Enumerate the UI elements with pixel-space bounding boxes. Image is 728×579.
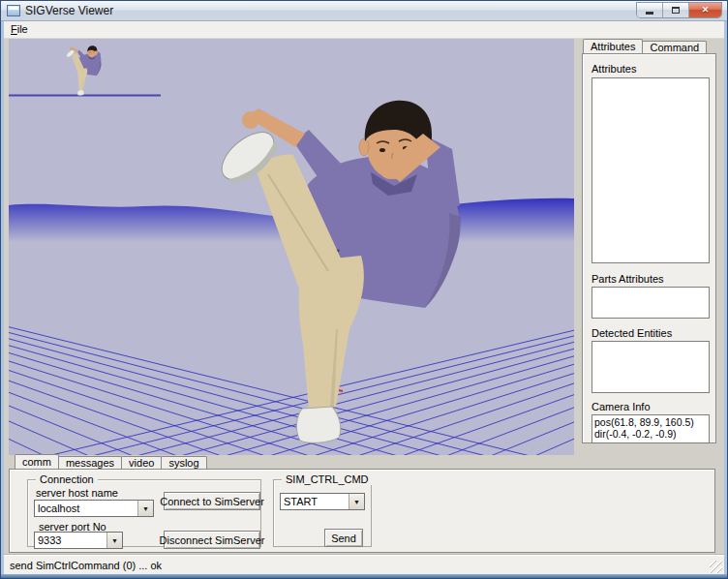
viewport-3d[interactable]	[9, 39, 574, 455]
sim-ctrl-cmd-combobox[interactable]: START ▼	[280, 493, 365, 510]
tab-messages[interactable]: messages	[58, 456, 122, 469]
resize-grip[interactable]	[710, 561, 722, 573]
right-tab-strip: Attributes Command	[583, 39, 706, 53]
minimize-button[interactable]	[637, 3, 663, 17]
server-port-value: 9333	[35, 533, 106, 548]
detected-entities-label: Detected Entities	[592, 327, 672, 339]
maximize-icon	[672, 7, 680, 14]
menu-file[interactable]: File	[4, 21, 35, 37]
sim-ctrl-legend: SIM_CTRL_CMD	[282, 473, 373, 485]
titlebar[interactable]: SIGVerse Viewer ✕	[1, 1, 727, 21]
tab-comm[interactable]: comm	[15, 454, 59, 469]
server-host-label: server host name	[36, 487, 118, 499]
app-window: SIGVerse Viewer ✕ File	[0, 0, 728, 579]
minimize-icon	[646, 12, 653, 15]
chevron-down-icon[interactable]: ▼	[106, 533, 122, 548]
camera-info-box[interactable]: pos(61.8, 89.9, 160.5) dir(-0.4, -0.2, -…	[592, 414, 710, 443]
sim-ctrl-cmd-value: START	[281, 494, 349, 509]
server-host-value: localhost	[35, 501, 137, 516]
comm-tabpage: Connection server host name localhost ▼ …	[9, 469, 715, 553]
tab-command[interactable]: Command	[642, 41, 707, 53]
server-host-combobox[interactable]: localhost ▼	[34, 500, 154, 517]
attributes-box[interactable]	[592, 77, 710, 263]
disconnect-button[interactable]: Disconnect SimServer	[164, 531, 260, 549]
window-frame-bottom	[1, 574, 727, 578]
viewport-canvas	[9, 39, 574, 455]
camera-pos-text: pos(61.8, 89.9, 160.5)	[594, 416, 707, 428]
attributes-label: Attributes	[592, 63, 636, 75]
detected-entities-box[interactable]	[592, 341, 710, 393]
server-port-combobox[interactable]: 9333 ▼	[34, 532, 123, 549]
connection-group: Connection server host name localhost ▼ …	[27, 479, 261, 547]
status-text: send SimCtrlCommand (0) ... ok	[10, 560, 162, 571]
parts-attributes-box[interactable]	[592, 287, 710, 319]
status-bar: send SimCtrlCommand (0) ... ok	[4, 554, 724, 575]
window-frame-right	[724, 21, 727, 575]
camera-dir-text: dir(-0.4, -0.2, -0.9)	[594, 428, 707, 440]
window-controls: ✕	[637, 3, 721, 17]
menu-bar: File	[4, 21, 724, 39]
close-button[interactable]: ✕	[689, 3, 721, 17]
app-icon	[7, 5, 20, 16]
connection-legend: Connection	[36, 473, 98, 485]
bottom-tab-strip: comm messages video syslog	[15, 454, 206, 469]
tab-attributes[interactable]: Attributes	[583, 39, 643, 53]
camera-info-label: Camera Info	[592, 401, 651, 412]
send-button[interactable]: Send	[324, 529, 363, 547]
parts-attributes-label: Parts Attributes	[592, 273, 664, 285]
sim-ctrl-group: SIM_CTRL_CMD START ▼ Send	[273, 479, 372, 547]
chevron-down-icon[interactable]: ▼	[137, 501, 153, 516]
close-icon: ✕	[702, 6, 710, 15]
chevron-down-icon[interactable]: ▼	[349, 494, 364, 509]
attributes-tabpage: Attributes Parts Attributes Detected Ent…	[582, 53, 716, 443]
tab-video[interactable]: video	[121, 456, 162, 469]
maximize-button[interactable]	[663, 3, 689, 17]
tab-syslog[interactable]: syslog	[161, 456, 206, 469]
window-frame-left	[1, 21, 4, 575]
connect-button[interactable]: Connect to SimServer	[164, 492, 260, 510]
window-title: SIGVerse Viewer	[25, 4, 113, 17]
